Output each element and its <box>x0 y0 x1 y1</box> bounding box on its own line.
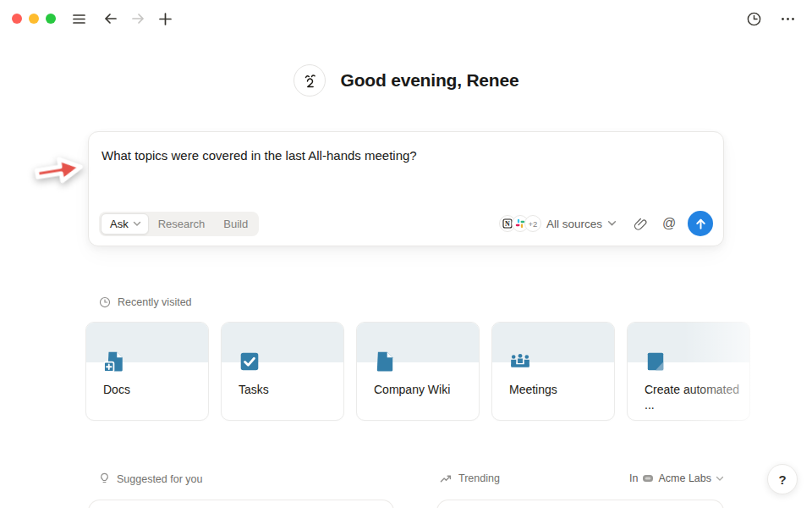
composer-toolbar: Ask Research Build N <box>99 211 713 236</box>
composer-actions: N +2 <box>496 211 713 236</box>
task-check-icon <box>239 351 261 373</box>
workspace-name: Acme Labs <box>658 472 711 484</box>
more-options-button[interactable] <box>776 8 798 30</box>
source-avatars: N +2 <box>499 215 541 232</box>
recent-card-company-wiki[interactable]: Company Wiki <box>356 322 480 421</box>
suggested-header: Suggested for you <box>99 472 202 485</box>
document-icon <box>374 351 396 373</box>
page-title: Good evening, Renee <box>341 70 519 91</box>
window-controls <box>12 14 56 24</box>
help-button[interactable]: ? <box>767 464 798 494</box>
chevron-down-icon <box>607 220 617 227</box>
doodle-face-icon <box>299 70 320 91</box>
suggested-card[interactable] <box>88 500 394 508</box>
at-icon: @ <box>662 216 676 231</box>
minimize-window-button[interactable] <box>29 14 39 24</box>
recent-card-tasks[interactable]: Tasks <box>221 322 344 421</box>
card-title: Meetings <box>509 383 607 398</box>
doc-plus-icon <box>103 351 125 373</box>
zoom-window-button[interactable] <box>46 14 56 24</box>
arrow-right-icon <box>130 11 145 26</box>
plus-icon <box>158 12 173 26</box>
trending-card[interactable] <box>436 500 724 508</box>
trending-header: Trending <box>440 472 500 484</box>
workspace-logo-icon <box>642 472 654 484</box>
forward-button[interactable] <box>127 8 149 30</box>
recently-visited-header: Recently visited <box>99 296 192 308</box>
svg-text:N: N <box>505 220 510 228</box>
arrow-up-icon <box>694 218 707 230</box>
ellipsis-icon <box>781 12 795 26</box>
sources-label: All sources <box>546 218 602 230</box>
history-button[interactable] <box>743 8 765 30</box>
trending-up-icon <box>440 473 452 483</box>
trending-label: Trending <box>458 472 500 484</box>
meeting-people-icon <box>509 351 531 373</box>
recent-card-docs[interactable]: Docs <box>85 322 209 421</box>
lightbulb-icon <box>99 472 110 485</box>
card-title: Docs <box>103 383 201 398</box>
recently-visited-label: Recently visited <box>118 296 192 308</box>
new-tab-button[interactable] <box>154 8 176 30</box>
annotation-arrow-sticker <box>29 146 91 197</box>
arrow-left-icon <box>103 11 118 26</box>
hamburger-icon <box>72 12 86 26</box>
mention-button[interactable]: @ <box>657 212 681 235</box>
template-page-icon <box>645 351 667 373</box>
mode-ask-label: Ask <box>110 218 129 230</box>
recent-card-create-automated[interactable]: Create automated ... <box>627 322 750 421</box>
greeting-avatar <box>294 64 326 97</box>
clock-icon <box>746 11 762 27</box>
send-button[interactable] <box>688 211 713 236</box>
sidebar-menu-button[interactable] <box>68 8 90 30</box>
more-sources-count: +2 <box>529 219 538 229</box>
paperclip-icon <box>634 217 648 231</box>
clock-icon <box>99 296 111 308</box>
mode-switcher: Ask Research Build <box>99 212 259 236</box>
titlebar <box>0 0 812 37</box>
mode-ask-button[interactable]: Ask <box>101 213 149 235</box>
greeting: Good evening, Renee <box>0 64 812 97</box>
red-arrow-icon <box>29 146 90 194</box>
sources-selector[interactable]: N +2 <box>496 213 620 235</box>
composer-input[interactable]: What topics were covered in the last All… <box>102 146 710 164</box>
card-title: Create automated ... <box>645 383 743 412</box>
mode-research-button[interactable]: Research <box>149 218 215 230</box>
mode-build-button[interactable]: Build <box>214 218 257 230</box>
workspace-scope-selector[interactable]: In Acme Labs <box>629 472 724 484</box>
chevron-down-icon <box>716 476 724 482</box>
chevron-down-icon <box>133 221 141 227</box>
composer-card: What topics were covered in the last All… <box>88 131 724 246</box>
suggested-label: Suggested for you <box>117 473 202 485</box>
help-label: ? <box>778 472 786 487</box>
back-button[interactable] <box>100 8 122 30</box>
scope-prefix: In <box>629 472 638 484</box>
close-window-button[interactable] <box>12 14 22 24</box>
card-title: Tasks <box>239 383 337 398</box>
app-window: Good evening, Renee What topics were cov… <box>0 0 812 508</box>
recent-card-meetings[interactable]: Meetings <box>491 322 615 421</box>
card-title: Company Wiki <box>374 383 472 398</box>
more-sources-badge: +2 <box>524 215 541 232</box>
attach-file-button[interactable] <box>628 212 652 235</box>
